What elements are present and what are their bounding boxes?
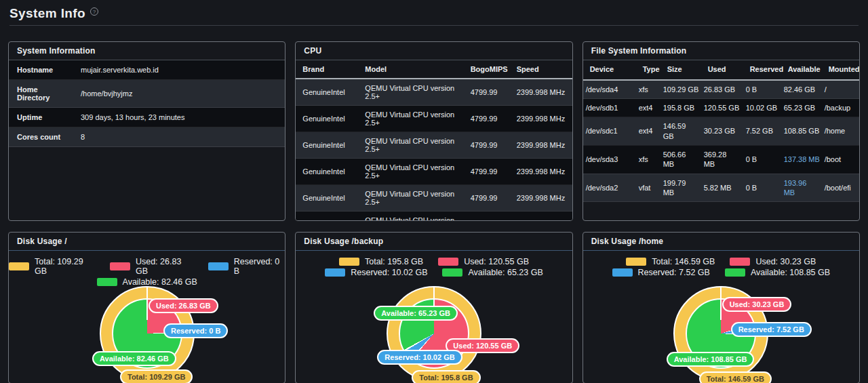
column-header: Mounted on bbox=[822, 60, 859, 80]
legend-label: Used: 30.23 GB bbox=[755, 257, 816, 266]
fs-used: 120.55 GB bbox=[701, 99, 743, 117]
fs-mount: /backup bbox=[822, 99, 859, 117]
legend-label: Used: 26.83 GB bbox=[136, 257, 193, 276]
cpu-brand: GenuineIntel bbox=[296, 159, 358, 185]
fs-size: 146.59 GB bbox=[660, 117, 701, 146]
fs-mount: /home bbox=[822, 117, 859, 146]
fs-used: 30.23 GB bbox=[701, 117, 743, 146]
filesystem-table: Device Type Size Used Reserved Available… bbox=[583, 60, 859, 202]
reserved-data-label: Reserved: 7.52 GB bbox=[731, 322, 812, 337]
table-row: GenuineIntelQEMU Virtual CPU version 2.5… bbox=[296, 79, 572, 106]
legend-label: Reserved: 0 B bbox=[234, 257, 285, 276]
legend-row: Reserved: 7.52 GB Available: 108.85 GB bbox=[612, 268, 831, 277]
cpu-model: QEMU Virtual CPU version 2.5+ bbox=[358, 185, 463, 211]
legend-row: Total: 109.29 GB Used: 26.83 GB Reserved… bbox=[9, 257, 285, 276]
total-swatch bbox=[339, 258, 359, 266]
cpu-bogomips: 4799.99 bbox=[464, 185, 510, 211]
cpu-table: Brand Model BogoMIPS Speed GenuineIntelQ… bbox=[296, 60, 572, 221]
page-title: System Info bbox=[9, 6, 85, 21]
filesystem-panel: File System Information Device Type Size… bbox=[583, 41, 860, 221]
disk-usage-root-title: Disk Usage / bbox=[9, 233, 285, 251]
column-header: BogoMIPS bbox=[464, 60, 510, 79]
reserved-swatch bbox=[612, 268, 633, 277]
dashboard-grid: System Information Hostname mujair.serve… bbox=[0, 26, 868, 383]
table-row: /dev/sda3xfs506.66 MB369.28 MB0 B137.38 … bbox=[583, 145, 859, 174]
column-header: Size bbox=[660, 60, 701, 80]
cpu-model: QEMU Virtual CPU version 2.5+ bbox=[358, 211, 463, 222]
fs-available-highlighted: 193.96 MB bbox=[781, 174, 822, 202]
cpu-speed: 2399.998 MHz bbox=[510, 106, 572, 132]
table-row: Home Directory /home/bvjhyjmz bbox=[9, 80, 285, 108]
fs-size: 506.66 MB bbox=[660, 145, 701, 174]
available-swatch bbox=[97, 278, 117, 286]
reserved-swatch bbox=[325, 268, 345, 277]
fs-size: 199.79 MB bbox=[660, 174, 701, 202]
column-header: Device bbox=[583, 60, 636, 80]
kv-value: 309 days, 13 hours, 23 minutes bbox=[73, 108, 285, 127]
help-icon[interactable]: ? bbox=[90, 7, 98, 16]
table-row: GenuineIntelQEMU Virtual CPU version 2.5… bbox=[296, 132, 572, 159]
column-header: Available bbox=[781, 60, 822, 80]
kv-value: 8 bbox=[73, 127, 285, 147]
kv-label: Home Directory bbox=[9, 80, 73, 108]
legend-item-total[interactable]: Total: 109.29 GB bbox=[9, 257, 95, 276]
cpu-speed: 2399.998 MHz bbox=[510, 159, 572, 185]
fs-reserved: 0 B bbox=[743, 80, 781, 99]
legend-row: Total: 195.8 GB Used: 120.55 GB bbox=[339, 257, 529, 266]
disk-usage-root-chart: Total: 109.29 GB Used: 26.83 GB Reserved… bbox=[9, 251, 285, 383]
system-information-table: Hostname mujair.serverkita.web.id Home D… bbox=[9, 60, 285, 147]
cpu-speed: 2399.998 MHz bbox=[510, 185, 572, 211]
disk-usage-backup-title: Disk Usage /backup bbox=[296, 233, 572, 251]
legend-label: Total: 195.8 GB bbox=[365, 257, 423, 266]
table-row: /dev/sdc1ext4146.59 GB30.23 GB7.52 GB108… bbox=[583, 117, 859, 146]
table-row: GenuineIntelQEMU Virtual CPU version 2.5… bbox=[296, 211, 572, 222]
used-data-label: Used: 26.83 GB bbox=[149, 298, 218, 313]
fs-type: ext4 bbox=[636, 117, 660, 146]
cpu-brand: GenuineIntel bbox=[296, 211, 358, 222]
legend-item-available[interactable]: Available: 65.23 GB bbox=[442, 268, 542, 277]
disk-usage-home-chart: Total: 146.59 GB Used: 30.23 GB Reserved… bbox=[583, 251, 859, 383]
fs-mount: /boot/efi bbox=[822, 174, 859, 202]
fs-device: /dev/sdb1 bbox=[583, 99, 636, 117]
fs-mount: /boot bbox=[822, 145, 859, 174]
available-data-label: Available: 108.85 GB bbox=[667, 352, 755, 367]
table-row: Hostname mujair.serverkita.web.id bbox=[9, 60, 285, 80]
cpu-bogomips: 4799.99 bbox=[464, 132, 510, 159]
fs-size: 195.8 GB bbox=[660, 99, 701, 117]
total-data-label: Total: 195.8 GB bbox=[412, 370, 480, 383]
legend-item-used[interactable]: Used: 26.83 GB bbox=[110, 257, 193, 276]
kv-label: Hostname bbox=[9, 60, 73, 80]
column-header: Used bbox=[701, 60, 743, 80]
legend-item-total[interactable]: Total: 195.8 GB bbox=[339, 257, 423, 266]
legend-item-used[interactable]: Used: 30.23 GB bbox=[730, 257, 816, 266]
cpu-panel: CPU Brand Model BogoMIPS Speed GenuineIn… bbox=[295, 41, 572, 221]
legend-row: Available: 82.46 GB bbox=[97, 277, 197, 287]
column-header: Speed bbox=[510, 60, 572, 79]
fs-reserved: 0 B bbox=[743, 145, 781, 174]
cpu-brand: GenuineIntel bbox=[296, 185, 358, 211]
legend-item-reserved[interactable]: Reserved: 0 B bbox=[208, 257, 285, 276]
legend-item-available[interactable]: Available: 108.85 GB bbox=[725, 268, 830, 277]
fs-device: /dev/sdc1 bbox=[583, 117, 636, 146]
chart-legend: Total: 195.8 GB Used: 120.55 GB Reserved… bbox=[296, 251, 572, 277]
legend-item-reserved[interactable]: Reserved: 10.02 GB bbox=[325, 268, 427, 277]
legend-label: Total: 109.29 GB bbox=[35, 257, 95, 276]
used-data-label: Used: 30.23 GB bbox=[722, 297, 792, 312]
legend-item-available[interactable]: Available: 82.46 GB bbox=[97, 277, 197, 287]
legend-item-used[interactable]: Used: 120.55 GB bbox=[438, 257, 529, 266]
table-row: GenuineIntelQEMU Virtual CPU version 2.5… bbox=[296, 185, 572, 211]
used-swatch bbox=[730, 258, 750, 266]
table-row: /dev/sda2vfat199.79 MB5.82 MB0 B193.96 M… bbox=[583, 174, 859, 202]
used-swatch bbox=[438, 258, 458, 266]
legend-item-total[interactable]: Total: 146.59 GB bbox=[626, 257, 715, 266]
fs-type: xfs bbox=[636, 80, 660, 99]
legend-label: Total: 146.59 GB bbox=[652, 257, 715, 266]
fs-reserved: 7.52 GB bbox=[743, 117, 781, 146]
fs-mount: / bbox=[822, 80, 859, 99]
legend-label: Available: 65.23 GB bbox=[468, 268, 542, 277]
legend-item-reserved[interactable]: Reserved: 7.52 GB bbox=[612, 268, 710, 277]
available-data-label: Available: 82.46 GB bbox=[92, 351, 176, 366]
total-data-label: Total: 109.29 GB bbox=[120, 369, 193, 383]
kv-label: Uptime bbox=[9, 108, 73, 127]
reserved-swatch bbox=[208, 262, 229, 270]
